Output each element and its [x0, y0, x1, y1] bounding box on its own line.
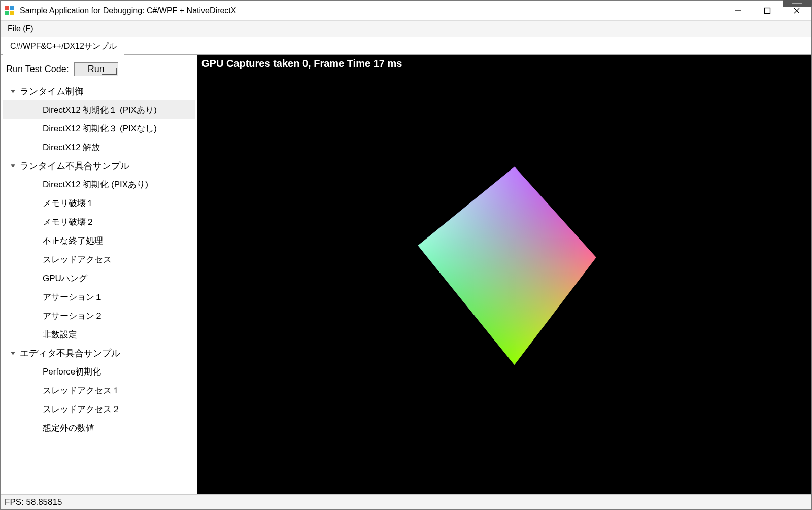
menu-file-key: F [26, 24, 31, 33]
app-icon [5, 6, 15, 16]
menu-file-suffix: ) [30, 24, 33, 33]
svg-marker-10 [11, 352, 15, 355]
tree-item[interactable]: アサーション２ [3, 307, 195, 325]
tree-group-header[interactable]: ランタイム制御 [3, 82, 195, 100]
tree-group-header[interactable]: エディタ不具合サンプル [3, 344, 195, 362]
svg-marker-8 [11, 90, 15, 93]
maximize-button[interactable] [753, 1, 782, 20]
tree-group-label: エディタ不具合サンプル [20, 347, 120, 359]
fps-label: FPS: 58.85815 [5, 497, 62, 507]
tree-item[interactable]: 非数設定 [3, 325, 195, 344]
svg-rect-3 [10, 11, 14, 15]
gpu-overlay-text: GPU Captures taken 0, Frame Time 17 ms [201, 58, 402, 70]
menu-file-prefix: File ( [8, 24, 26, 33]
svg-marker-9 [11, 164, 15, 168]
tree-item[interactable]: DirectX12 解放 [3, 138, 195, 157]
app-window: Sample Application for Debugging: C#/WPF… [0, 0, 812, 510]
run-button[interactable]: Run [74, 62, 118, 76]
menu-file[interactable]: File (F) [4, 22, 38, 36]
svg-rect-5 [765, 8, 770, 13]
tree-group-label: ランタイム不具合サンプル [20, 160, 129, 172]
tree-item[interactable]: メモリ破壊２ [3, 213, 195, 231]
expand-arrow-icon [10, 163, 16, 169]
rendered-quad [408, 156, 601, 371]
vs-debug-toolbar-icon[interactable] [783, 0, 812, 7]
svg-rect-0 [5, 6, 9, 10]
tab-sample[interactable]: C#/WPF&C++/DX12サンプル [3, 39, 124, 55]
test-tree[interactable]: ランタイム制御DirectX12 初期化１ (PIXあり)DirectX12 初… [3, 81, 195, 492]
svg-marker-15 [412, 162, 601, 369]
run-row: Run Test Code: Run [3, 57, 195, 81]
tree-item[interactable]: スレッドアクセス [3, 250, 195, 269]
tree-item[interactable]: DirectX12 初期化 (PIXあり) [3, 175, 195, 194]
tree-item[interactable]: アサーション１ [3, 288, 195, 307]
run-label: Run Test Code: [6, 64, 69, 75]
left-panel: Run Test Code: Run ランタイム制御DirectX12 初期化１… [3, 57, 195, 492]
tree-group: ランタイム不具合サンプルDirectX12 初期化 (PIXあり)メモリ破壊１メ… [3, 157, 195, 344]
tree-item[interactable]: 想定外の数値 [3, 419, 195, 437]
window-title: Sample Application for Debugging: C#/WPF… [20, 6, 723, 15]
minimize-button[interactable] [723, 1, 753, 20]
tree-item[interactable]: スレッドアクセス２ [3, 400, 195, 419]
menubar: File (F) [1, 21, 811, 37]
tree-item[interactable]: GPUハング [3, 269, 195, 288]
tree-item[interactable]: DirectX12 初期化１ (PIXあり) [3, 100, 195, 119]
expand-arrow-icon [10, 89, 16, 94]
tree-group-label: ランタイム制御 [20, 85, 84, 97]
tree-group: ランタイム制御DirectX12 初期化１ (PIXあり)DirectX12 初… [3, 82, 195, 157]
tree-item[interactable]: DirectX12 初期化３ (PIXなし) [3, 119, 195, 138]
expand-arrow-icon [10, 351, 16, 356]
tree-group-header[interactable]: ランタイム不具合サンプル [3, 157, 195, 175]
statusbar: FPS: 58.85815 [1, 494, 811, 509]
tree-item[interactable]: メモリ破壊１ [3, 194, 195, 213]
tree-group: エディタ不具合サンプルPerforce初期化スレッドアクセス１スレッドアクセス２… [3, 344, 195, 437]
tree-item[interactable]: Perforce初期化 [3, 362, 195, 381]
directx-viewport[interactable]: GPU Captures taken 0, Frame Time 17 ms [197, 55, 811, 494]
tree-item[interactable]: スレッドアクセス１ [3, 381, 195, 400]
svg-rect-1 [10, 6, 14, 10]
tree-item[interactable]: 不正な終了処理 [3, 231, 195, 250]
content-area: Run Test Code: Run ランタイム制御DirectX12 初期化１… [1, 54, 811, 494]
tabstrip: C#/WPF&C++/DX12サンプル [1, 37, 811, 54]
titlebar[interactable]: Sample Application for Debugging: C#/WPF… [1, 1, 811, 21]
svg-rect-2 [5, 11, 9, 15]
